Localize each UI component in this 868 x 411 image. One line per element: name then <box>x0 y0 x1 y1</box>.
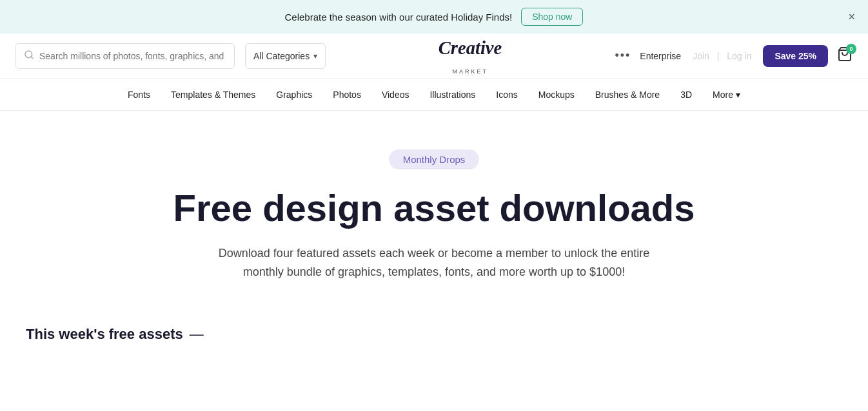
shop-now-button[interactable]: Shop now <box>521 8 583 26</box>
logo-area: Creative MARKET <box>336 37 604 75</box>
logo-sub-text: MARKET <box>428 68 512 75</box>
search-input[interactable] <box>39 51 226 61</box>
main-nav: Fonts Templates & Themes Graphics Photos… <box>0 79 868 111</box>
nav-item-mockups[interactable]: Mockups <box>538 90 575 100</box>
login-link[interactable]: Log in <box>727 51 751 61</box>
save-button[interactable]: Save 25% <box>763 45 828 67</box>
chevron-down-icon: ▾ <box>313 52 317 61</box>
svg-line-1 <box>31 57 33 59</box>
hero-title: Free design asset downloads <box>173 187 695 229</box>
banner-close-button[interactable]: × <box>848 11 855 23</box>
logo-main-text: Creative <box>428 48 512 68</box>
more-label: More <box>713 90 733 100</box>
nav-item-illustrations[interactable]: Illustrations <box>429 90 475 100</box>
category-dropdown[interactable]: All Categories ▾ <box>245 43 326 69</box>
hero-section: Monthly Drops Free design asset download… <box>0 111 868 300</box>
enterprise-link[interactable]: Enterprise <box>640 51 681 61</box>
hero-description: Download four featured assets each week … <box>215 244 653 282</box>
nav-item-brushes[interactable]: Brushes & More <box>595 90 660 100</box>
svg-text:Creative: Creative <box>439 38 502 58</box>
search-icon <box>24 50 34 62</box>
monthly-drops-badge[interactable]: Monthly Drops <box>389 149 480 169</box>
header-right: ••• Enterprise Join | Log in Save 25% 0 <box>615 45 853 67</box>
cart-badge: 0 <box>846 44 856 54</box>
main-header: All Categories ▾ Creative MARKET ••• Ent… <box>0 33 868 79</box>
nav-item-more[interactable]: More ▾ <box>713 90 740 100</box>
nav-item-videos[interactable]: Videos <box>382 90 409 100</box>
site-logo[interactable]: Creative MARKET <box>428 37 512 75</box>
auth-separator: | <box>717 51 720 61</box>
chevron-down-icon: ▾ <box>736 90 740 100</box>
cart-button[interactable]: 0 <box>837 46 853 66</box>
join-link[interactable]: Join <box>693 51 709 61</box>
more-options-button[interactable]: ••• <box>615 49 631 62</box>
nav-item-photos[interactable]: Photos <box>333 90 361 100</box>
nav-item-templates-themes[interactable]: Templates & Themes <box>171 90 255 100</box>
category-label: All Categories <box>253 51 310 61</box>
banner-text: Celebrate the season with our curated Ho… <box>285 12 513 23</box>
nav-item-icons[interactable]: Icons <box>496 90 517 100</box>
this-week-section: This week's free assets <box>0 300 868 349</box>
promo-banner: Celebrate the season with our curated Ho… <box>0 0 868 33</box>
auth-links: Join | Log in <box>690 51 754 61</box>
nav-item-graphics[interactable]: Graphics <box>276 90 312 100</box>
nav-item-fonts[interactable]: Fonts <box>128 90 150 100</box>
nav-item-3d[interactable]: 3D <box>680 90 692 100</box>
search-box <box>15 43 235 69</box>
this-week-title: This week's free assets <box>26 326 842 343</box>
